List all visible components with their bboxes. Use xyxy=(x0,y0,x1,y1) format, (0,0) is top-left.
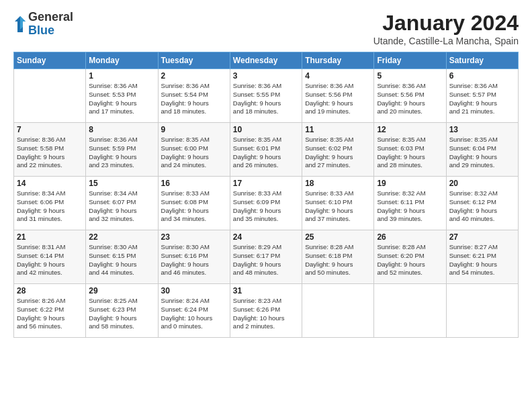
cell-content: Sunrise: 8:23 AM Sunset: 6:26 PM Dayligh… xyxy=(233,297,299,331)
cell-content: Sunrise: 8:36 AM Sunset: 5:54 PM Dayligh… xyxy=(161,82,227,116)
day-number: 23 xyxy=(161,232,227,242)
day-number: 15 xyxy=(89,179,154,188)
day-number: 24 xyxy=(233,232,299,242)
page: General Blue January 2024 Utande, Castil… xyxy=(0,0,532,411)
weekday-header: Wednesday xyxy=(230,52,302,69)
day-number: 18 xyxy=(305,179,371,188)
cell-content: Sunrise: 8:28 AM Sunset: 6:20 PM Dayligh… xyxy=(377,243,443,277)
weekday-header: Monday xyxy=(86,52,158,69)
cell-content: Sunrise: 8:32 AM Sunset: 6:12 PM Dayligh… xyxy=(449,189,515,224)
calendar-cell: 23Sunrise: 8:30 AM Sunset: 6:16 PM Dayli… xyxy=(158,230,230,284)
cell-content: Sunrise: 8:35 AM Sunset: 6:00 PM Dayligh… xyxy=(161,136,227,170)
calendar-cell: 16Sunrise: 8:33 AM Sunset: 6:08 PM Dayli… xyxy=(158,177,230,230)
calendar-cell: 28Sunrise: 8:26 AM Sunset: 6:22 PM Dayli… xyxy=(14,284,86,338)
calendar-cell: 1Sunrise: 8:36 AM Sunset: 5:53 PM Daylig… xyxy=(86,69,158,123)
calendar-cell xyxy=(446,284,518,338)
day-number: 25 xyxy=(305,232,371,242)
calendar-cell: 12Sunrise: 8:35 AM Sunset: 6:03 PM Dayli… xyxy=(374,123,446,177)
day-number: 14 xyxy=(17,179,83,188)
calendar-cell: 27Sunrise: 8:27 AM Sunset: 6:21 PM Dayli… xyxy=(446,230,518,284)
day-number: 5 xyxy=(377,71,443,81)
calendar-cell: 9Sunrise: 8:35 AM Sunset: 6:00 PM Daylig… xyxy=(158,123,230,177)
month-title: January 2024 xyxy=(373,11,519,36)
calendar-cell: 25Sunrise: 8:28 AM Sunset: 6:18 PM Dayli… xyxy=(302,230,374,284)
calendar-cell: 30Sunrise: 8:24 AM Sunset: 6:24 PM Dayli… xyxy=(158,284,230,338)
cell-content: Sunrise: 8:26 AM Sunset: 6:22 PM Dayligh… xyxy=(17,297,83,331)
day-number: 1 xyxy=(89,71,154,81)
logo: General Blue xyxy=(13,11,73,38)
day-number: 9 xyxy=(161,125,227,134)
weekday-header: Sunday xyxy=(14,52,86,69)
day-number: 22 xyxy=(89,232,154,242)
cell-content: Sunrise: 8:33 AM Sunset: 6:08 PM Dayligh… xyxy=(161,189,227,224)
cell-content: Sunrise: 8:35 AM Sunset: 6:02 PM Dayligh… xyxy=(305,136,371,170)
day-number: 6 xyxy=(449,71,515,81)
cell-content: Sunrise: 8:36 AM Sunset: 5:55 PM Dayligh… xyxy=(233,82,299,116)
day-number: 30 xyxy=(161,286,227,295)
logo-general-text: General xyxy=(28,11,73,24)
day-number: 11 xyxy=(305,125,371,134)
calendar-cell: 4Sunrise: 8:36 AM Sunset: 5:56 PM Daylig… xyxy=(302,69,374,123)
calendar-cell: 11Sunrise: 8:35 AM Sunset: 6:02 PM Dayli… xyxy=(302,123,374,177)
day-number: 8 xyxy=(89,125,154,134)
cell-content: Sunrise: 8:35 AM Sunset: 6:04 PM Dayligh… xyxy=(449,136,515,170)
calendar-cell: 31Sunrise: 8:23 AM Sunset: 6:26 PM Dayli… xyxy=(230,284,302,338)
calendar-cell: 19Sunrise: 8:32 AM Sunset: 6:11 PM Dayli… xyxy=(374,177,446,230)
calendar-cell: 13Sunrise: 8:35 AM Sunset: 6:04 PM Dayli… xyxy=(446,123,518,177)
cell-content: Sunrise: 8:36 AM Sunset: 5:58 PM Dayligh… xyxy=(17,136,83,170)
cell-content: Sunrise: 8:36 AM Sunset: 5:57 PM Dayligh… xyxy=(449,82,515,116)
day-number: 10 xyxy=(233,125,299,134)
calendar-cell: 3Sunrise: 8:36 AM Sunset: 5:55 PM Daylig… xyxy=(230,69,302,123)
calendar-cell: 8Sunrise: 8:36 AM Sunset: 5:59 PM Daylig… xyxy=(86,123,158,177)
calendar-cell: 2Sunrise: 8:36 AM Sunset: 5:54 PM Daylig… xyxy=(158,69,230,123)
cell-content: Sunrise: 8:33 AM Sunset: 6:09 PM Dayligh… xyxy=(233,189,299,224)
calendar-cell: 26Sunrise: 8:28 AM Sunset: 6:20 PM Dayli… xyxy=(374,230,446,284)
weekday-header: Friday xyxy=(374,52,446,69)
calendar-week-row: 28Sunrise: 8:26 AM Sunset: 6:22 PM Dayli… xyxy=(14,284,519,338)
cell-content: Sunrise: 8:36 AM Sunset: 5:56 PM Dayligh… xyxy=(305,82,371,116)
calendar-cell: 29Sunrise: 8:25 AM Sunset: 6:23 PM Dayli… xyxy=(86,284,158,338)
cell-content: Sunrise: 8:35 AM Sunset: 6:01 PM Dayligh… xyxy=(233,136,299,170)
cell-content: Sunrise: 8:36 AM Sunset: 5:59 PM Dayligh… xyxy=(89,136,154,170)
calendar-table: SundayMondayTuesdayWednesdayThursdayFrid… xyxy=(13,52,519,338)
cell-content: Sunrise: 8:24 AM Sunset: 6:24 PM Dayligh… xyxy=(161,297,227,331)
calendar-week-row: 21Sunrise: 8:31 AM Sunset: 6:14 PM Dayli… xyxy=(14,230,519,284)
day-number: 31 xyxy=(233,286,299,295)
calendar-week-row: 7Sunrise: 8:36 AM Sunset: 5:58 PM Daylig… xyxy=(14,123,519,177)
calendar-cell: 10Sunrise: 8:35 AM Sunset: 6:01 PM Dayli… xyxy=(230,123,302,177)
cell-content: Sunrise: 8:34 AM Sunset: 6:06 PM Dayligh… xyxy=(17,189,83,224)
cell-content: Sunrise: 8:36 AM Sunset: 5:56 PM Dayligh… xyxy=(377,82,443,116)
calendar-cell: 15Sunrise: 8:34 AM Sunset: 6:07 PM Dayli… xyxy=(86,177,158,230)
calendar-cell: 6Sunrise: 8:36 AM Sunset: 5:57 PM Daylig… xyxy=(446,69,518,123)
day-number: 7 xyxy=(17,125,83,134)
cell-content: Sunrise: 8:31 AM Sunset: 6:14 PM Dayligh… xyxy=(17,243,83,277)
calendar-cell: 17Sunrise: 8:33 AM Sunset: 6:09 PM Dayli… xyxy=(230,177,302,230)
logo-icon xyxy=(13,15,27,34)
calendar-week-row: 14Sunrise: 8:34 AM Sunset: 6:06 PM Dayli… xyxy=(14,177,519,230)
day-number: 28 xyxy=(17,286,83,295)
calendar-cell: 18Sunrise: 8:33 AM Sunset: 6:10 PM Dayli… xyxy=(302,177,374,230)
calendar-cell xyxy=(14,69,86,123)
day-number: 3 xyxy=(233,71,299,81)
calendar-cell: 14Sunrise: 8:34 AM Sunset: 6:06 PM Dayli… xyxy=(14,177,86,230)
cell-content: Sunrise: 8:33 AM Sunset: 6:10 PM Dayligh… xyxy=(305,189,371,224)
day-number: 4 xyxy=(305,71,371,81)
day-number: 2 xyxy=(161,71,227,81)
day-number: 19 xyxy=(377,179,443,188)
calendar-cell: 24Sunrise: 8:29 AM Sunset: 6:17 PM Dayli… xyxy=(230,230,302,284)
cell-content: Sunrise: 8:25 AM Sunset: 6:23 PM Dayligh… xyxy=(89,297,154,331)
weekday-header: Tuesday xyxy=(158,52,230,69)
day-number: 29 xyxy=(89,286,154,295)
day-number: 20 xyxy=(449,179,515,188)
day-number: 12 xyxy=(377,125,443,134)
day-number: 13 xyxy=(449,125,515,134)
day-number: 27 xyxy=(449,232,515,242)
calendar-week-row: 1Sunrise: 8:36 AM Sunset: 5:53 PM Daylig… xyxy=(14,69,519,123)
day-number: 17 xyxy=(233,179,299,188)
cell-content: Sunrise: 8:34 AM Sunset: 6:07 PM Dayligh… xyxy=(89,189,154,224)
calendar-cell: 20Sunrise: 8:32 AM Sunset: 6:12 PM Dayli… xyxy=(446,177,518,230)
cell-content: Sunrise: 8:28 AM Sunset: 6:18 PM Dayligh… xyxy=(305,243,371,277)
day-number: 26 xyxy=(377,232,443,242)
cell-content: Sunrise: 8:30 AM Sunset: 6:15 PM Dayligh… xyxy=(89,243,154,277)
logo-text: General Blue xyxy=(28,11,73,38)
